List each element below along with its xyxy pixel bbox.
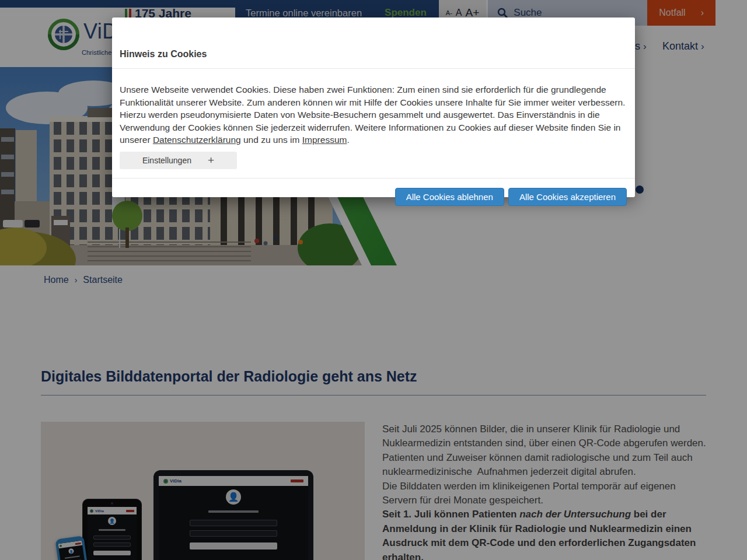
vidia-website-page: Termine online vereinbaren Spenden A- A … [0,0,747,560]
dialog-title: Hinweis zu Cookies [120,49,207,60]
impressum-link[interactable]: Impressum [302,135,347,145]
cookie-consent-dialog: Hinweis zu Cookies Unsere Webseite verwe… [112,18,635,197]
decline-all-cookies-button[interactable]: Alle Cookies ablehnen [395,188,504,206]
datenschutz-link[interactable]: Datenschutzerklärung [153,135,241,145]
cookie-settings-toggle[interactable]: Einstellungen + [120,152,237,169]
dialog-button-row: Alle Cookies ablehnen Alle Cookies akzep… [395,188,627,206]
dialog-body-text: Unsere Webseite verwendet Cookies. Diese… [120,83,629,146]
dialog-divider [112,68,635,69]
settings-label: Einstellungen [142,156,191,165]
accept-all-cookies-button[interactable]: Alle Cookies akzeptieren [508,188,627,206]
plus-icon: + [208,154,214,167]
dialog-divider [112,178,635,178]
